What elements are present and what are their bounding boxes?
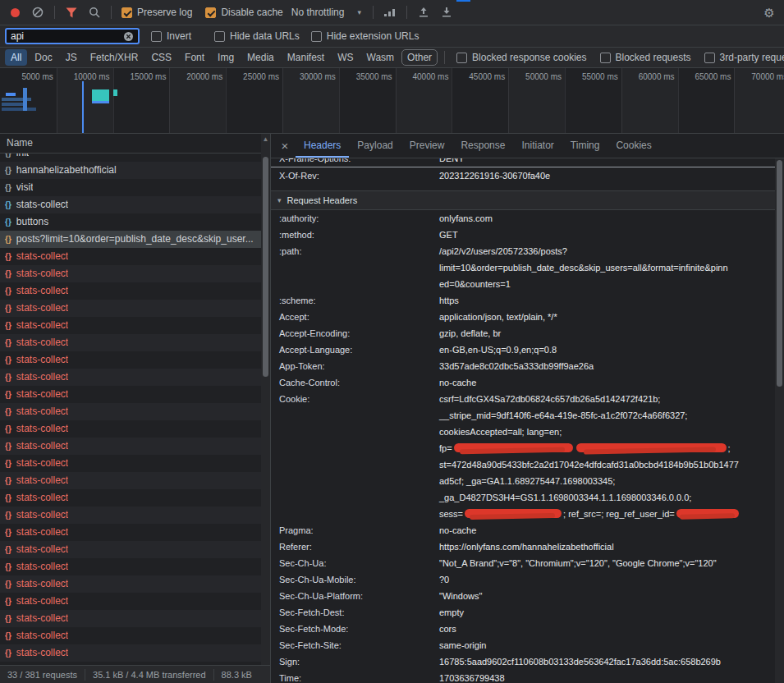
request-name: posts?limit=10&order=publish_date_desc&s… [16,231,254,248]
request-row[interactable]: {}stats-collect [0,300,270,317]
request-row[interactable]: {}visit [0,179,270,196]
request-headers-section-header[interactable]: ▾ Request Headers [271,190,775,210]
blocked-requests-checkbox[interactable]: Blocked requests [600,52,691,63]
redaction-scribble [454,443,573,452]
filter-chip-ws[interactable]: WS [332,49,359,66]
request-row[interactable]: {}stats-collect [0,627,270,644]
request-list-scrollbar[interactable]: ▲ [261,134,270,665]
request-row[interactable]: {}stats-collect [0,541,270,558]
tab-preview[interactable]: Preview [401,134,453,158]
record-button[interactable] [5,2,25,22]
filter-chip-manifest[interactable]: Manifest [282,49,330,66]
network-conditions-button[interactable] [380,2,400,22]
request-row[interactable]: {}stats-collect [0,575,270,593]
request-row[interactable]: {}stats-collect [0,334,270,351]
filter-chip-fetch-xhr[interactable]: Fetch/XHR [85,49,144,66]
request-row[interactable]: {}stats-collect [0,196,270,213]
request-row[interactable]: {}stats-collect [0,317,270,334]
settings-gear-button[interactable]: ⚙ [759,2,779,22]
checkbox-label: Blocked requests [616,52,691,63]
filter-chip-media[interactable]: Media [241,49,280,66]
response-headers-tail: X-Frame-Options:DENYX-Of-Rev:20231226191… [271,158,775,184]
search-button[interactable] [85,2,104,22]
request-row[interactable]: {}hannahelizabethofficial [0,162,270,179]
request-row[interactable]: {}stats-collect [0,455,270,472]
clear-button[interactable] [28,2,48,22]
hide-data-urls-checkbox[interactable]: Hide data URLs [214,30,300,42]
upload-icon [418,7,429,18]
filter-chip-css[interactable]: CSS [145,49,177,66]
disable-cache-checkbox[interactable]: Disable cache [205,7,282,18]
header-value: same-origin [439,637,775,653]
scrollbar-thumb[interactable] [263,157,268,377]
filter-input[interactable]: api [5,28,140,44]
throttling-select[interactable]: No throttling ▾ [287,7,366,18]
import-har-button[interactable] [414,2,433,22]
request-row[interactable]: {}stats-collect [0,351,270,369]
timeline-tick-label: 10000 ms [57,72,110,81]
tab-payload[interactable]: Payload [349,134,401,158]
request-row[interactable]: {}stats-collect [0,386,270,403]
name-column-header[interactable]: Name [0,134,270,154]
filter-button[interactable] [62,2,81,22]
request-row[interactable]: {}posts?limit=10&order=publish_date_desc… [0,231,270,248]
request-row[interactable]: {}stats-collect [0,558,270,575]
request-row[interactable]: {}stats-collect [0,644,270,662]
3rd-party-requests-checkbox[interactable]: 3rd-party requests [704,52,784,63]
scroll-up-arrow-icon[interactable]: ▲ [261,134,270,144]
filter-chip-all[interactable]: All [5,49,27,66]
script-icon: {} [5,610,11,627]
filter-chip-other[interactable]: Other [401,49,438,66]
script-icon: {} [5,231,11,248]
tab-cookies[interactable]: Cookies [607,134,659,158]
tab-response[interactable]: Response [452,134,513,158]
request-row[interactable]: {}stats-collect [0,248,270,265]
header-name: Sec-Fetch-Dest: [271,604,439,621]
tab-initiator[interactable]: Initiator [513,134,562,158]
request-row[interactable]: {}stats-collect [0,403,270,420]
request-row[interactable]: {}init [0,154,270,162]
filter-chip-wasm[interactable]: Wasm [361,49,401,66]
request-row[interactable]: {}stats-collect [0,524,270,541]
request-row[interactable]: {}stats-collect [0,369,270,386]
close-details-button[interactable]: × [274,134,296,158]
request-row[interactable]: {}stats-collect [0,507,270,524]
request-row[interactable]: {}stats-collect [0,489,270,507]
header-row: App-Token:33d57ade8c02dbc5a333db99ff9ae2… [271,358,775,374]
header-row: X-Frame-Options:DENY [271,158,775,167]
filter-chip-doc[interactable]: Doc [29,49,57,66]
request-row[interactable]: {}stats-collect [0,472,270,489]
header-name: Sign: [271,653,439,670]
script-icon: {} [5,627,11,644]
request-name: init [16,154,29,162]
request-row[interactable]: {}stats-collect [0,438,270,455]
filter-chip-img[interactable]: Img [212,49,240,66]
tab-timing[interactable]: Timing [562,134,608,158]
invert-checkbox[interactable]: Invert [151,30,191,42]
scrollbar-thumb[interactable] [777,160,782,387]
request-row[interactable]: {}stats-collect [0,265,270,282]
header-name: X-Of-Rev: [271,167,439,184]
preserve-log-checkbox[interactable]: Preserve log [121,7,192,18]
search-icon [89,7,100,18]
hide-extension-urls-checkbox[interactable]: Hide extension URLs [311,30,420,42]
header-value-text: sess= [439,509,463,519]
request-row[interactable]: {}stats-collect [0,420,270,438]
filter-chip-font[interactable]: Font [179,49,210,66]
request-row[interactable]: {}stats-collect [0,610,270,627]
divider [444,51,445,64]
details-scrollbar[interactable] [775,158,784,683]
filter-chip-js[interactable]: JS [60,49,83,66]
request-row[interactable]: {}buttons [0,213,270,231]
tab-headers[interactable]: Headers [296,134,349,158]
request-row[interactable]: {}stats-collect [0,282,270,300]
export-har-button[interactable] [437,2,456,22]
request-row[interactable]: {}stats-collect [0,593,270,610]
clear-filter-icon[interactable] [123,31,134,42]
header-row: X-Of-Rev:202312261916-30670fa40e [271,167,775,184]
header-row: Sec-Ch-Ua-Mobile:?0 [271,571,775,588]
resources-size: 88.3 kB [214,669,259,681]
script-icon: {} [5,524,11,541]
network-overview-timeline[interactable]: 5000 ms10000 ms15000 ms20000 ms25000 ms3… [0,68,784,134]
blocked-response-cookies-checkbox[interactable]: Blocked response cookies [456,52,586,63]
